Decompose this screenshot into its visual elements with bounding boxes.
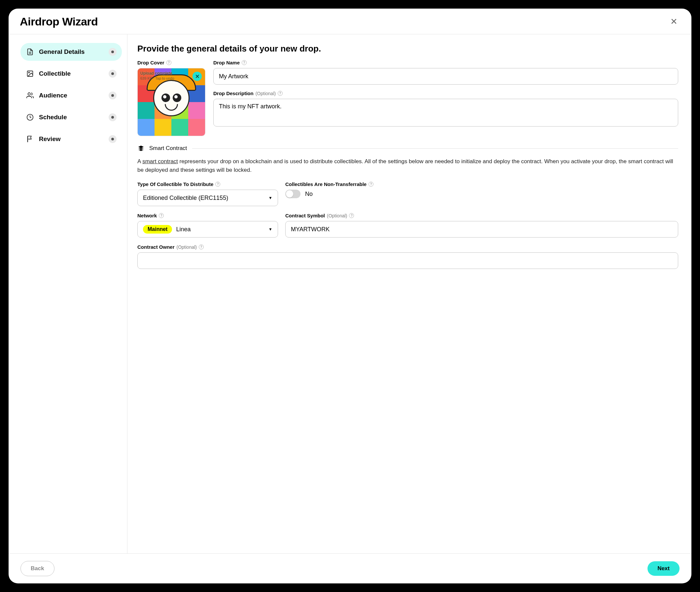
- non-transferrable-field: Collectibles Are Non-Transferrable ? No: [285, 181, 678, 206]
- network-label: Network: [138, 213, 157, 218]
- chevron-down-icon: ▼: [268, 196, 272, 200]
- upload-size-text: 639 KB · Tap to undo: [140, 76, 174, 80]
- people-icon: [26, 91, 34, 100]
- step-review[interactable]: Review: [20, 130, 122, 148]
- step-label: General Details: [39, 48, 109, 55]
- network-field: Network ? Mainnet Linea ▼: [138, 213, 278, 238]
- smart-contract-label: Smart Contract: [149, 145, 187, 152]
- help-icon[interactable]: ?: [199, 244, 204, 249]
- modal-title: Airdrop Wizard: [20, 15, 98, 28]
- field-label: Collectibles Are Non-Transferrable ?: [285, 181, 678, 187]
- field-label: Drop Cover ?: [138, 60, 205, 65]
- close-icon: ✕: [195, 73, 200, 80]
- drop-cover-preview[interactable]: Upload complete 639 KB · Tap to undo ✕: [138, 68, 205, 136]
- smart-contract-link[interactable]: smart contract: [142, 158, 178, 164]
- back-button[interactable]: Back: [20, 561, 54, 576]
- contract-owner-field: Contract Owner (Optional) ?: [138, 244, 678, 269]
- optional-tag: (Optional): [327, 213, 347, 218]
- close-icon: ✕: [670, 16, 678, 27]
- non-transferrable-toggle[interactable]: [285, 190, 301, 198]
- drop-name-label: Drop Name: [213, 60, 240, 65]
- drop-description-input[interactable]: This is my NFT artwork.: [213, 99, 678, 127]
- drop-description-label: Drop Description: [213, 91, 254, 96]
- type-field: Type Of Collectible To Distribute ? Edit…: [138, 181, 278, 206]
- contract-symbol-input[interactable]: [285, 221, 678, 238]
- chevron-down-icon: ▼: [268, 227, 272, 232]
- svg-point-4: [28, 93, 31, 95]
- modal-footer: Back Next: [9, 553, 691, 583]
- airdrop-wizard-modal: Airdrop Wizard ✕ General Details Collect…: [9, 9, 691, 583]
- step-status-dot: [109, 70, 117, 78]
- clock-icon: [26, 113, 34, 121]
- optional-tag: (Optional): [256, 91, 276, 96]
- step-status-dot: [109, 48, 117, 56]
- type-label: Type Of Collectible To Distribute: [138, 181, 213, 187]
- flag-icon: [26, 135, 34, 143]
- layers-icon: [138, 145, 145, 152]
- step-label: Audience: [39, 92, 109, 99]
- remove-cover-button[interactable]: ✕: [193, 72, 202, 81]
- contract-owner-label: Contract Owner: [138, 244, 175, 250]
- image-icon: [26, 69, 34, 78]
- contract-symbol-field: Contract Symbol (Optional) ?: [285, 213, 678, 238]
- drop-name-input[interactable]: [213, 68, 678, 85]
- step-schedule[interactable]: Schedule: [20, 108, 122, 126]
- step-collectible[interactable]: Collectible: [20, 65, 122, 83]
- field-label: Drop Name ?: [213, 60, 678, 65]
- step-status-dot: [109, 113, 117, 121]
- help-icon[interactable]: ?: [159, 213, 164, 218]
- close-button[interactable]: ✕: [668, 15, 680, 28]
- modal-header: Airdrop Wizard ✕: [9, 9, 691, 34]
- field-label: Network ?: [138, 213, 278, 218]
- help-icon[interactable]: ?: [166, 60, 171, 65]
- field-label: Type Of Collectible To Distribute ?: [138, 181, 278, 187]
- help-icon[interactable]: ?: [215, 182, 220, 187]
- step-general-details[interactable]: General Details: [20, 43, 122, 61]
- field-label: Contract Owner (Optional) ?: [138, 244, 678, 250]
- network-select[interactable]: Mainnet Linea ▼: [138, 221, 278, 238]
- file-icon: [26, 48, 34, 56]
- help-icon[interactable]: ?: [278, 91, 283, 96]
- next-button[interactable]: Next: [647, 561, 680, 576]
- smart-contract-help-text: A smart contract represents your drop on…: [138, 157, 678, 174]
- non-transferrable-value: No: [305, 191, 313, 198]
- step-label: Schedule: [39, 114, 109, 121]
- non-transferrable-label: Collectibles Are Non-Transferrable: [285, 181, 367, 187]
- network-value: Linea: [176, 226, 265, 233]
- smart-contract-divider: Smart Contract: [138, 145, 678, 152]
- contract-symbol-label: Contract Symbol: [285, 213, 325, 218]
- modal-body: General Details Collectible Audience: [9, 34, 691, 553]
- drop-cover-field: Drop Cover ? Upload complete 639 KB · Ta…: [138, 60, 205, 136]
- divider-line: [192, 148, 678, 149]
- upload-status-text: Upload complete: [140, 71, 172, 76]
- drop-cover-label: Drop Cover: [138, 60, 164, 65]
- name-description-column: Drop Name ? Drop Description (Optional) …: [213, 60, 678, 136]
- step-status-dot: [109, 135, 117, 143]
- section-heading: Provide the general details of your new …: [138, 44, 678, 54]
- help-icon[interactable]: ?: [369, 182, 373, 187]
- wizard-content: Provide the general details of your new …: [127, 34, 691, 553]
- step-label: Collectible: [39, 70, 109, 77]
- step-audience[interactable]: Audience: [20, 87, 122, 104]
- help-icon[interactable]: ?: [349, 213, 354, 218]
- help-icon[interactable]: ?: [242, 60, 247, 65]
- contract-owner-input[interactable]: [138, 252, 678, 269]
- field-label: Drop Description (Optional) ?: [213, 91, 678, 96]
- field-label: Contract Symbol (Optional) ?: [285, 213, 678, 218]
- optional-tag: (Optional): [177, 244, 197, 250]
- wizard-sidebar: General Details Collectible Audience: [9, 34, 127, 553]
- mainnet-badge: Mainnet: [143, 225, 172, 234]
- type-value: Editioned Collectible (ERC1155): [143, 195, 228, 201]
- step-status-dot: [109, 92, 117, 99]
- svg-point-3: [29, 72, 30, 73]
- step-label: Review: [39, 136, 109, 143]
- type-select[interactable]: Editioned Collectible (ERC1155) ▼: [138, 190, 278, 206]
